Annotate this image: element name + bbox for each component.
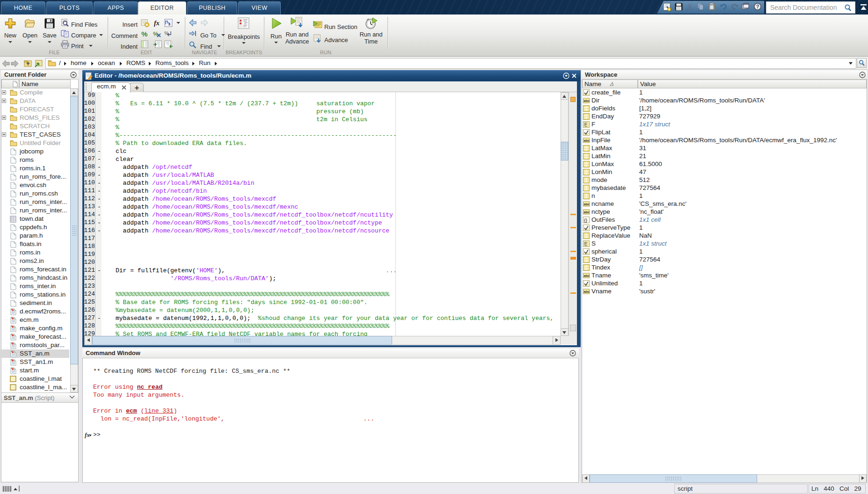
svg-text:abc: abc <box>584 210 590 214</box>
svg-text:?: ? <box>756 4 759 9</box>
svg-text:abc: abc <box>584 99 590 103</box>
svg-text:abc: abc <box>584 290 590 294</box>
svg-text:abc: abc <box>584 202 590 206</box>
svg-text:fx: fx <box>154 20 160 27</box>
svg-text:fi: fi <box>168 22 170 27</box>
svg-text:{}: {} <box>584 218 588 223</box>
svg-text:%: % <box>141 30 147 38</box>
svg-text:abc: abc <box>584 274 590 278</box>
svg-text:abc: abc <box>584 138 590 143</box>
